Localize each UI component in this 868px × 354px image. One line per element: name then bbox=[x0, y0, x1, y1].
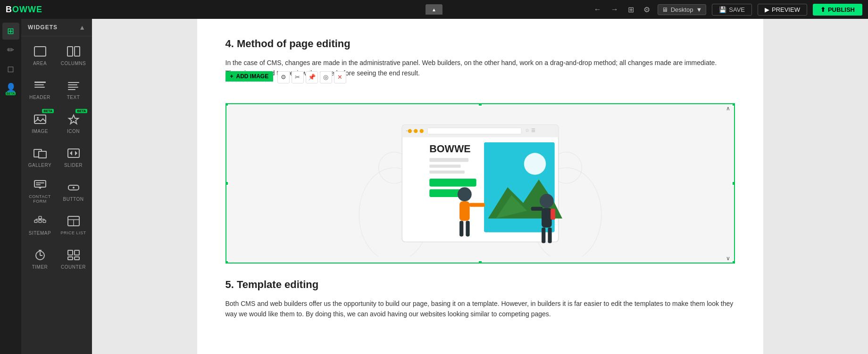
resize-handle-bm[interactable] bbox=[478, 260, 483, 263]
svg-text:→: → bbox=[410, 129, 414, 133]
widget-header-label: HEADER bbox=[29, 95, 50, 100]
undo-button[interactable]: ← bbox=[592, 3, 603, 16]
image-container[interactable]: ∧ bbox=[225, 103, 735, 263]
sidebar-item-edit[interactable]: ✏ bbox=[2, 41, 19, 58]
widget-area[interactable]: AREA bbox=[23, 38, 57, 72]
widget-columns[interactable]: COLUMNS bbox=[57, 38, 90, 72]
widget-icon[interactable]: BETA ICON bbox=[57, 106, 90, 140]
image-circle-btn[interactable]: ◎ bbox=[320, 71, 332, 83]
widget-columns-label: COLUMNS bbox=[61, 61, 86, 66]
resize-handle-mr[interactable] bbox=[732, 181, 735, 186]
section5-heading: 5. Template editing bbox=[225, 279, 735, 291]
svg-rect-54 bbox=[427, 128, 521, 134]
image-pin-btn[interactable]: 📌 bbox=[306, 71, 318, 83]
widget-slider[interactable]: SLIDER bbox=[57, 140, 90, 174]
image-toolbar-actions: ⚙ ✂ 📌 ◎ ✕ bbox=[277, 71, 346, 83]
beta-label: BETA bbox=[6, 92, 16, 95]
collapse-top-btn[interactable]: ∧ bbox=[726, 105, 730, 112]
widget-counter[interactable]: COUNTER bbox=[57, 242, 90, 276]
svg-rect-4 bbox=[34, 84, 44, 85]
icon-icon bbox=[67, 114, 80, 127]
sidebar-item-pages[interactable]: ◻ bbox=[2, 60, 19, 77]
page-content: 4. Method of page editing In the case of… bbox=[197, 19, 763, 354]
widget-button[interactable]: BUTTON bbox=[57, 174, 90, 208]
widget-counter-label: COUNTER bbox=[61, 264, 86, 270]
image-delete-btn[interactable]: ✕ bbox=[334, 71, 346, 83]
topbar-actions: ← → ⊞ ⚙ 🖥 Desktop ▼ 💾 SAVE ▶ PREVIEW ⬆ P… bbox=[592, 3, 862, 16]
button-icon bbox=[67, 181, 80, 195]
svg-rect-2 bbox=[75, 47, 80, 56]
svg-point-23 bbox=[73, 187, 75, 189]
timer-icon bbox=[33, 249, 47, 263]
svg-rect-71 bbox=[459, 201, 470, 221]
save-label: SAVE bbox=[729, 6, 745, 13]
svg-rect-39 bbox=[68, 250, 73, 255]
image-icon bbox=[33, 114, 47, 127]
widget-price-list-label: PRICE LIST bbox=[60, 231, 86, 235]
widget-sitemap-label: SITEMAP bbox=[29, 231, 51, 236]
widget-sitemap[interactable]: SITEMAP bbox=[23, 208, 57, 242]
icon-beta-tag: BETA bbox=[75, 109, 87, 113]
topbar-center: ▲ bbox=[426, 4, 442, 15]
svg-rect-63 bbox=[429, 179, 476, 187]
svg-rect-62 bbox=[429, 170, 465, 173]
image-toolbar-add-label[interactable]: + ADD IMAGE bbox=[225, 71, 274, 82]
svg-point-53 bbox=[419, 129, 423, 133]
resize-handle-ml[interactable] bbox=[225, 181, 229, 186]
resize-handle-tr[interactable] bbox=[732, 103, 735, 107]
resize-handle-bl[interactable] bbox=[225, 260, 229, 263]
publish-button[interactable]: ⬆ PUBLISH bbox=[813, 4, 862, 16]
header-icon bbox=[33, 80, 47, 93]
widget-image[interactable]: BETA IMAGE bbox=[23, 106, 57, 140]
save-button[interactable]: 💾 SAVE bbox=[712, 4, 752, 16]
svg-rect-76 bbox=[542, 208, 552, 227]
chevron-down-icon: ▼ bbox=[696, 6, 702, 13]
redo-button[interactable]: → bbox=[609, 3, 620, 16]
canvas-area[interactable]: 4. Method of page editing In the case of… bbox=[92, 19, 868, 354]
svg-rect-61 bbox=[429, 165, 460, 168]
image-beta-tag: BETA bbox=[42, 109, 54, 113]
widget-contact-form[interactable]: CONTACT FORM bbox=[23, 174, 57, 208]
collapse-bottom-btn[interactable]: ∨ bbox=[726, 255, 730, 262]
resize-handle-tl[interactable] bbox=[225, 103, 229, 107]
image-crop-btn[interactable]: ✂ bbox=[292, 71, 304, 83]
desktop-icon: 🖥 bbox=[662, 6, 668, 13]
bowwe-illustration: ← → ☆ ☰ BOWWE bbox=[343, 110, 617, 256]
slider-icon bbox=[67, 148, 80, 161]
resize-handle-br[interactable] bbox=[732, 260, 735, 263]
settings-button[interactable]: ⚙ bbox=[642, 3, 652, 16]
svg-rect-74 bbox=[466, 221, 469, 236]
svg-rect-1 bbox=[67, 47, 73, 56]
collapse-panel-btn[interactable]: ▲ bbox=[426, 4, 442, 15]
columns-icon bbox=[67, 46, 80, 59]
preview-icon: ▶ bbox=[765, 6, 769, 13]
device-selector[interactable]: 🖥 Desktop ▼ bbox=[658, 4, 707, 15]
svg-text:☰: ☰ bbox=[531, 128, 535, 133]
svg-rect-21 bbox=[36, 184, 41, 185]
widget-timer[interactable]: TIMER bbox=[23, 242, 57, 276]
widgets-panel: WIDGETS ▲ AREA COLUMNS bbox=[21, 19, 92, 354]
sidebar-item-person[interactable]: 👤 BETA bbox=[2, 79, 19, 96]
preview-button[interactable]: ▶ PREVIEW bbox=[758, 4, 807, 16]
widget-header[interactable]: HEADER bbox=[23, 72, 57, 106]
svg-text:←: ← bbox=[405, 129, 409, 133]
publish-label: PUBLISH bbox=[828, 6, 855, 13]
widget-text[interactable]: TEXT bbox=[57, 72, 90, 106]
svg-rect-78 bbox=[542, 227, 545, 243]
svg-rect-7 bbox=[68, 84, 77, 85]
grid-button[interactable]: ⊞ bbox=[626, 3, 636, 16]
publish-icon: ⬆ bbox=[820, 6, 826, 13]
widget-gallery[interactable]: GALLERY bbox=[23, 140, 57, 174]
counter-icon bbox=[67, 249, 80, 263]
widget-price-list[interactable]: PRICE LIST bbox=[57, 208, 90, 242]
sidebar-collapse-btn[interactable]: ▲ bbox=[79, 24, 85, 31]
image-settings-btn[interactable]: ⚙ bbox=[277, 71, 290, 83]
contact-form-icon bbox=[33, 179, 47, 192]
resize-handle-tm[interactable] bbox=[478, 103, 483, 107]
svg-marker-18 bbox=[75, 151, 77, 156]
sidebar: ⊞ ✏ ◻ 👤 BETA WIDGETS ▲ AREA bbox=[0, 19, 92, 354]
widget-slider-label: SLIDER bbox=[64, 163, 83, 168]
svg-rect-50 bbox=[402, 134, 558, 137]
svg-point-11 bbox=[37, 117, 39, 119]
sidebar-item-grid[interactable]: ⊞ bbox=[2, 23, 19, 40]
